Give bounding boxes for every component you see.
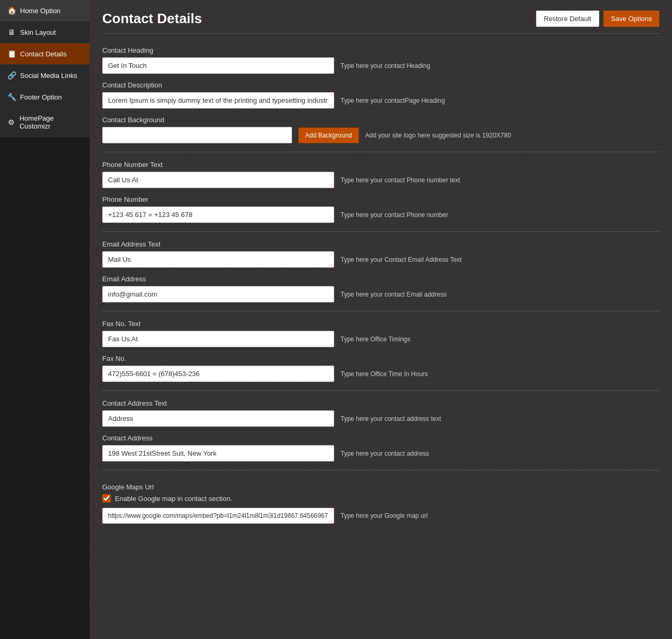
fax-no-input[interactable] [102, 366, 334, 382]
contact-background-row: Add Background Add your site logo here s… [102, 127, 659, 143]
google-maps-checkbox-row: Enable Google map in contact section. [102, 494, 659, 503]
page-header: Contact Details Restore Default Save Opt… [102, 11, 659, 34]
contact-address-text-hint: Type here your contact address text [340, 415, 659, 422]
sidebar-item-homepage-customizr[interactable]: ⚙HomePage Customizr [0, 108, 90, 137]
address-section: Contact Address Text Type here your cont… [102, 391, 659, 470]
email-address-label: Email Address [102, 275, 659, 283]
google-maps-url-row: Type here your Google map url [102, 508, 659, 524]
email-address-text-row: Type here your Contact Email Address Tex… [102, 251, 659, 268]
add-background-button[interactable]: Add Background [298, 127, 359, 143]
contact-description-label: Contact Description [102, 81, 659, 89]
email-address-text-input[interactable] [102, 251, 334, 268]
fax-no-field: Fax No. Type here Office Time In Hours [102, 355, 659, 382]
homepage-customizr-icon: ⚙ [7, 118, 15, 126]
sidebar-label-contact-details: Contact Details [20, 50, 66, 58]
contact-heading-hint: Type here your contact Heading [340, 62, 659, 70]
contact-background-label: Contact Background [102, 116, 659, 124]
contact-background-hint: Add your site logo here suggested size i… [365, 132, 659, 139]
sidebar-label-social-media-links: Social Media Links [20, 72, 77, 80]
email-address-text-hint: Type here your Contact Email Address Tex… [340, 256, 659, 263]
sidebar-label-homepage-customizr: HomePage Customizr [20, 114, 82, 130]
contact-background-field: Contact Background Add Background Add yo… [102, 116, 659, 143]
google-map-checkbox-label[interactable]: Enable Google map in contact section. [115, 495, 232, 503]
restore-default-button[interactable]: Restore Default [536, 11, 599, 27]
fax-no-text-input[interactable] [102, 331, 334, 347]
phone-number-field: Phone Number Type here your contact Phon… [102, 195, 659, 223]
contact-address-label: Contact Address [102, 434, 659, 442]
sidebar-item-home-option[interactable]: 🏠Home Option [0, 0, 90, 22]
fax-no-text-hint: Type here Office Timings [340, 336, 659, 343]
sidebar: 🏠Home Option🖥Skin Layout📋Contact Details… [0, 0, 90, 639]
contact-description-row: Type here your contactPage Heading [102, 92, 659, 109]
sidebar-item-footer-option[interactable]: 🔧Footer Option [0, 86, 90, 108]
fax-no-text-field: Fax No. Text Type here Office Timings [102, 320, 659, 347]
sidebar-item-skin-layout[interactable]: 🖥Skin Layout [0, 22, 90, 43]
sidebar-item-social-media-links[interactable]: 🔗Social Media Links [0, 65, 90, 86]
sidebar-label-skin-layout: Skin Layout [20, 28, 56, 36]
main-content: Contact Details Restore Default Save Opt… [90, 0, 672, 639]
email-address-input[interactable] [102, 286, 334, 302]
social-media-links-icon: 🔗 [7, 71, 16, 80]
google-maps-url-input[interactable] [102, 508, 334, 524]
phone-number-text-row: Type here your contact Phone number text [102, 172, 659, 188]
fax-no-row: Type here Office Time In Hours [102, 366, 659, 382]
footer-option-icon: 🔧 [7, 93, 16, 101]
sidebar-label-footer-option: Footer Option [20, 93, 62, 101]
email-address-row: Type here your contact Email address [102, 286, 659, 302]
contact-address-hint: Type here your contact address [340, 450, 659, 457]
contact-description-input[interactable] [102, 92, 334, 109]
phone-number-hint: Type here your contact Phone number [340, 211, 659, 219]
phone-section: Phone Number Text Type here your contact… [102, 152, 659, 232]
fax-no-text-row: Type here Office Timings [102, 331, 659, 347]
contact-heading-section: Contact Heading Type here your contact H… [102, 38, 659, 152]
fax-no-text-label: Fax No. Text [102, 320, 659, 328]
contact-heading-input[interactable] [102, 57, 334, 74]
fax-section: Fax No. Text Type here Office Timings Fa… [102, 311, 659, 391]
email-section: Email Address Text Type here your Contac… [102, 232, 659, 311]
google-maps-url-hint: Type here your Google map url [340, 512, 659, 519]
google-map-checkbox[interactable] [102, 494, 111, 503]
contact-address-field: Contact Address Type here your contact a… [102, 434, 659, 461]
contact-address-row: Type here your contact address [102, 445, 659, 461]
email-address-field: Email Address Type here your contact Ema… [102, 275, 659, 302]
phone-number-row: Type here your contact Phone number [102, 207, 659, 223]
email-address-text-field: Email Address Text Type here your Contac… [102, 240, 659, 268]
phone-number-text-input[interactable] [102, 172, 334, 188]
contact-background-input[interactable] [102, 127, 292, 143]
sidebar-item-contact-details[interactable]: 📋Contact Details [0, 43, 90, 65]
google-maps-label: Google Maps Url [102, 483, 659, 491]
contact-details-icon: 📋 [7, 50, 16, 58]
email-address-hint: Type here your contact Email address [340, 291, 659, 298]
contact-address-text-input[interactable] [102, 410, 334, 427]
home-option-icon: 🏠 [7, 6, 16, 15]
skin-layout-icon: 🖥 [7, 28, 16, 36]
contact-address-text-field: Contact Address Text Type here your cont… [102, 399, 659, 427]
fax-no-label: Fax No. [102, 355, 659, 362]
phone-number-text-hint: Type here your contact Phone number text [340, 176, 659, 184]
phone-number-input[interactable] [102, 207, 334, 223]
sidebar-label-home-option: Home Option [20, 7, 61, 15]
contact-heading-row: Type here your contact Heading [102, 57, 659, 74]
email-address-text-label: Email Address Text [102, 240, 659, 248]
phone-number-label: Phone Number [102, 195, 659, 203]
contact-description-field: Contact Description Type here your conta… [102, 81, 659, 109]
contact-description-hint: Type here your contactPage Heading [340, 97, 659, 104]
phone-number-text-label: Phone Number Text [102, 161, 659, 169]
google-maps-section: Google Maps Url Enable Google map in con… [102, 475, 659, 532]
contact-address-text-label: Contact Address Text [102, 399, 659, 407]
contact-heading-field: Contact Heading Type here your contact H… [102, 46, 659, 74]
page-title: Contact Details [102, 11, 202, 27]
contact-address-text-row: Type here your contact address text [102, 410, 659, 427]
header-buttons: Restore Default Save Options [536, 11, 659, 27]
contact-heading-label: Contact Heading [102, 46, 659, 54]
fax-no-hint: Type here Office Time In Hours [340, 370, 659, 378]
save-options-button[interactable]: Save Options [603, 11, 659, 27]
contact-address-input[interactable] [102, 445, 334, 461]
phone-number-text-field: Phone Number Text Type here your contact… [102, 161, 659, 188]
